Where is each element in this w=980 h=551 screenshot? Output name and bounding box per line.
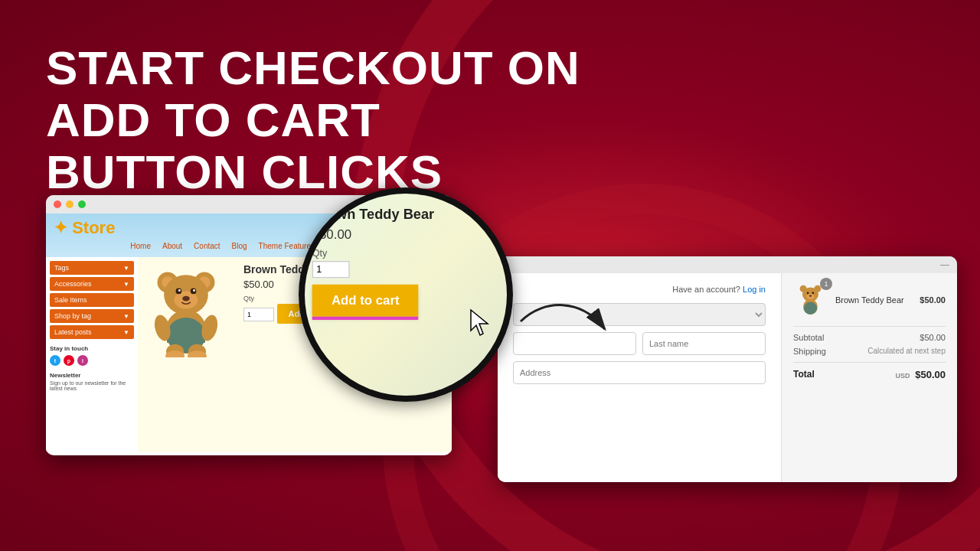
sidebar-arrow-icon: ▼ [123,313,129,320]
headline-line2: ADD TO CART BUTTON CLICKS [46,94,582,198]
summary-shipping-row: Shipping Calculated at next step [793,347,946,356]
item-quantity-badge: 1 [820,278,832,290]
mag-add-to-cart-button[interactable]: Add to cart [312,285,419,317]
twitter-icon[interactable]: t [50,355,60,366]
checkout-chrome: — [498,256,957,273]
headline: START CHECKOUT ON ADD TO CART BUTTON CLI… [46,42,582,199]
qty-input[interactable] [243,308,274,321]
svg-point-30 [804,302,817,315]
mag-product-title: Brown Teddy Bear [312,207,513,223]
total-value: USD $50.00 [896,369,946,380]
total-label: Total [793,369,815,380]
shipping-value: Calculated at next step [867,347,946,356]
store-sidebar: Tags ▼ Accessories ▼ Sale Items Shop by … [46,257,138,452]
product-image [144,263,228,355]
shipping-label: Shipping [793,347,826,356]
button-highlight [312,317,419,320]
minimize-dot [66,201,74,208]
sidebar-arrow-icon: ▼ [123,281,129,288]
sidebar-social-label: Stay in touch [50,345,134,352]
svg-rect-13 [167,328,205,342]
product-thumbnail: 1 [793,282,828,317]
sidebar-item-latest-posts[interactable]: Latest posts ▼ [50,325,134,339]
checkout-summary: 1 Brown Teddy Bear $50.00 Subtotal $50.0… [781,273,957,482]
nav-about[interactable]: About [162,242,182,250]
summary-divider-2 [793,362,946,363]
summary-item-name: Brown Teddy Bear [835,295,912,305]
nav-blog[interactable]: Blog [232,242,247,250]
instagram-icon[interactable]: i [77,355,88,366]
mag-qty-label: Qty [312,248,513,259]
summary-subtotal-row: Subtotal $50.00 [793,333,946,342]
svg-point-9 [193,289,195,292]
close-dot [54,201,61,208]
mag-qty-input[interactable] [312,261,350,278]
summary-divider [793,326,946,327]
teddy-bear-svg [148,262,224,357]
subtotal-value: $50.00 [920,333,946,342]
sidebar-item-shop-by-tag[interactable]: Shop by tag ▼ [50,309,134,323]
svg-point-27 [812,292,815,295]
subtotal-label: Subtotal [793,333,824,342]
sidebar-item-tags[interactable]: Tags ▼ [50,261,134,275]
nav-contact[interactable]: Contact [194,242,220,250]
svg-marker-20 [471,310,488,335]
last-name-input[interactable] [642,332,766,355]
summary-total-row: Total USD $50.00 [793,369,946,380]
newsletter-label: Newsletter [50,372,134,379]
newsletter-text: Sign up to our newsletter for the latest… [50,380,134,391]
flow-arrow [513,291,612,352]
svg-point-10 [182,295,190,301]
sidebar-item-sale[interactable]: Sale Items [50,293,134,307]
address-input[interactable] [513,361,766,384]
login-link[interactable]: Log in [743,285,766,294]
social-icons: t p i [50,355,134,366]
svg-point-28 [809,295,812,297]
total-amount: $50.00 [915,369,946,380]
pinterest-icon[interactable]: p [64,355,74,366]
svg-point-8 [178,289,181,292]
magnify-circle: Brown Teddy Bear $50.00 Qty Add to cart [299,187,513,402]
currency-label: USD [896,372,910,380]
summary-item-price: $50.00 [920,295,946,305]
cursor-icon [467,306,494,342]
sidebar-arrow-icon: ▼ [123,265,129,272]
product-image-area [144,263,236,446]
sidebar-item-accessories[interactable]: Accessories ▼ [50,277,134,291]
headline-line1: START CHECKOUT ON [46,42,582,94]
nav-home[interactable]: Home [130,242,151,250]
maximize-dot [78,201,86,208]
mag-price: $50.00 [312,227,513,242]
svg-point-26 [807,292,809,295]
summary-item-row: 1 Brown Teddy Bear $50.00 [793,282,946,317]
summary-item-info: Brown Teddy Bear [835,295,912,305]
sidebar-arrow-icon: ▼ [123,329,129,336]
